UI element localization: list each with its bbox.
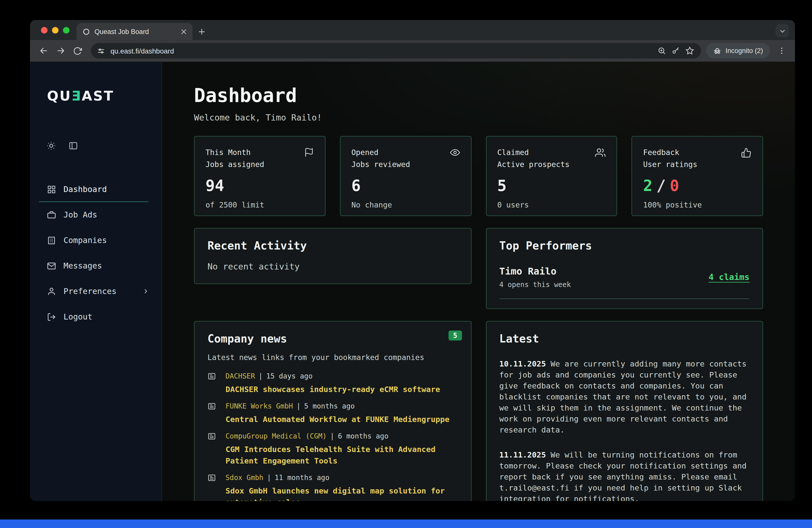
sidebar-item-companies[interactable]: Companies xyxy=(30,228,161,253)
briefcase-icon xyxy=(47,210,56,219)
activity-row: Recent Activity No recent activity Top P… xyxy=(194,228,763,309)
news-separator: | xyxy=(259,372,263,380)
performer-detail: 4 opens this week xyxy=(499,280,571,289)
news-headline-link[interactable]: Sdox GmbH launches new digital map solut… xyxy=(226,485,458,501)
reload-button[interactable] xyxy=(69,42,86,59)
zoom-icon[interactable] xyxy=(655,44,669,58)
sidebar-item-label: Dashboard xyxy=(63,185,107,194)
news-headline-link[interactable]: CGM Introduces Telehealth Suite with Adv… xyxy=(226,444,458,467)
post-date: 11.11.2025 xyxy=(499,451,546,459)
maximize-window-button[interactable] xyxy=(63,27,70,33)
user-icon xyxy=(47,287,56,296)
stat-sub: No change xyxy=(351,201,460,209)
sidebar-item-messages[interactable]: Messages xyxy=(30,253,161,279)
news-age: 15 days ago xyxy=(266,372,313,380)
sidebar: QUƎAST Dashboard xyxy=(30,62,162,501)
ratings-separator: / xyxy=(656,176,666,194)
stats-row: This Month Jobs assigned 94 of 2500 limi… xyxy=(194,136,763,216)
flag-icon xyxy=(304,147,314,158)
newspaper-icon xyxy=(207,402,220,425)
news-age: 5 months ago xyxy=(304,402,355,410)
sidebar-item-preferences[interactable]: Preferences xyxy=(30,279,161,304)
window-controls xyxy=(30,20,76,40)
close-window-button[interactable] xyxy=(41,27,47,33)
incognito-badge[interactable]: Incognito (2) xyxy=(706,43,770,59)
mail-icon xyxy=(47,261,56,270)
recent-activity-empty: No recent activity xyxy=(207,262,458,272)
tab-favicon-icon xyxy=(83,28,90,35)
browser-tab[interactable]: Queast Job Board xyxy=(76,23,192,40)
theme-toggle-sun-icon[interactable] xyxy=(45,140,57,151)
stat-sub: 100% positive xyxy=(643,201,752,209)
news-count-badge: 5 xyxy=(449,331,462,340)
company-news-card: 5 Company news Latest news links from yo… xyxy=(194,321,471,501)
address-bar[interactable]: qu.east.fi/dashboard xyxy=(91,43,701,59)
sidebar-collapse-icon[interactable] xyxy=(67,140,79,151)
ratings-positive: 2 xyxy=(643,176,652,194)
tab-strip: Queast Job Board xyxy=(30,20,795,40)
stat-sub: of 2500 limit xyxy=(205,201,314,209)
forward-button[interactable] xyxy=(52,42,69,59)
latest-post: 11.11.2025We will be turning notificatio… xyxy=(499,450,750,501)
top-performers-title: Top Performers xyxy=(499,239,750,252)
stat-label: Jobs reviewed xyxy=(351,159,460,171)
news-separator: | xyxy=(267,473,271,482)
stat-period: Feedback xyxy=(643,147,752,159)
bottom-strip xyxy=(0,519,812,528)
news-headline-link[interactable]: Central Automated Workflow at FUNKE Medi… xyxy=(226,414,458,425)
incognito-label: Incognito (2) xyxy=(725,47,763,55)
users-icon xyxy=(595,147,606,158)
bookmark-star-icon[interactable] xyxy=(683,44,697,58)
sidebar-item-label: Job Ads xyxy=(63,210,97,220)
ratings-negative: 0 xyxy=(670,176,679,194)
sidebar-item-dashboard[interactable]: Dashboard xyxy=(30,176,161,202)
news-item: CompuGroup Medical (CGM)|6 months ago CG… xyxy=(207,431,458,467)
tab-close-icon[interactable] xyxy=(180,28,188,35)
stat-card-user-ratings: Feedback User ratings 2/0 100% positive xyxy=(632,136,763,216)
performer-row: Timo Railo 4 opens this week 4 claims xyxy=(499,265,750,299)
stat-card-jobs-assigned: This Month Jobs assigned 94 of 2500 limi… xyxy=(194,136,325,216)
screen: Queast Job Board xyxy=(0,0,812,528)
newspaper-icon xyxy=(207,473,220,501)
stat-period: Opened xyxy=(351,147,460,159)
minimize-window-button[interactable] xyxy=(52,27,58,33)
claims-link[interactable]: 4 claims xyxy=(709,272,750,282)
sidebar-item-logout[interactable]: Logout xyxy=(30,304,161,329)
post-text: We are currently adding many more contac… xyxy=(499,360,746,435)
performer-name: Timo Railo xyxy=(499,265,571,277)
news-meta: CompuGroup Medical (CGM)|6 months ago xyxy=(226,431,458,441)
menu-dots-icon[interactable] xyxy=(773,42,790,59)
site-settings-icon[interactable] xyxy=(97,47,105,55)
news-company: FUNKE Works GmbH xyxy=(226,402,293,410)
logout-icon xyxy=(47,312,56,321)
building-icon xyxy=(47,236,56,245)
back-button[interactable] xyxy=(35,42,52,59)
news-headline-link[interactable]: DACHSER showcases industry-ready eCMR so… xyxy=(226,384,458,396)
tab-search-button[interactable] xyxy=(775,24,789,38)
news-item: Sdox Gmbh|11 months ago Sdox GmbH launch… xyxy=(207,473,458,501)
news-list: DACHSER|15 days ago DACHSER showcases in… xyxy=(207,371,458,501)
stat-label: Active prospects xyxy=(497,159,606,171)
password-key-icon[interactable] xyxy=(669,44,683,58)
news-separator: | xyxy=(296,402,301,410)
newspaper-icon xyxy=(207,372,220,396)
top-performers-card: Top Performers Timo Railo 4 opens this w… xyxy=(486,228,763,309)
browser-window: Queast Job Board xyxy=(30,20,795,501)
latest-post: 10.11.2025We are currently adding many m… xyxy=(499,358,750,436)
new-tab-button[interactable] xyxy=(192,23,211,40)
stat-value: 2/0 xyxy=(643,176,752,194)
stat-sub: 0 users xyxy=(497,201,606,209)
sidebar-item-label: Companies xyxy=(63,235,107,245)
browser-toolbar: qu.east.fi/dashboard Incognito (2) xyxy=(30,40,795,62)
latest-card: Latest 10.11.2025We are currently adding… xyxy=(486,321,763,501)
page-title: Dashboard xyxy=(194,85,763,106)
main-content: Dashboard Welcome back, Timo Railo! This… xyxy=(162,62,795,501)
sidebar-item-job-ads[interactable]: Job Ads xyxy=(30,202,161,228)
sidebar-nav: Dashboard Job Ads Companies xyxy=(30,176,161,329)
post-date: 10.11.2025 xyxy=(499,360,546,368)
recent-activity-card: Recent Activity No recent activity xyxy=(194,228,471,284)
recent-activity-title: Recent Activity xyxy=(207,239,458,252)
news-age: 6 months ago xyxy=(338,432,388,440)
url-text: qu.east.fi/dashboard xyxy=(111,47,174,55)
news-meta: FUNKE Works GmbH|5 months ago xyxy=(226,401,458,411)
